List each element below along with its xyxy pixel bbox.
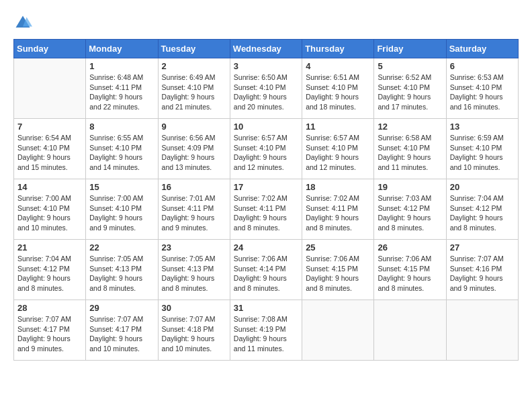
day-number: 19 bbox=[378, 182, 442, 192]
day-info: Sunrise: 7:06 AMSunset: 4:14 PMDaylight:… bbox=[234, 254, 298, 293]
day-info: Sunrise: 7:03 AMSunset: 4:12 PMDaylight:… bbox=[378, 193, 442, 233]
calendar-cell: 19Sunrise: 7:03 AMSunset: 4:12 PMDayligh… bbox=[374, 179, 446, 240]
calendar-table: SundayMondayTuesdayWednesdayThursdayFrid… bbox=[13, 39, 519, 361]
day-number: 15 bbox=[89, 182, 154, 192]
calendar-cell: 15Sunrise: 7:00 AMSunset: 4:10 PMDayligh… bbox=[86, 179, 158, 240]
day-number: 20 bbox=[450, 182, 515, 192]
calendar-cell: 13Sunrise: 6:59 AMSunset: 4:10 PMDayligh… bbox=[446, 119, 518, 179]
day-info: Sunrise: 6:58 AMSunset: 4:10 PMDaylight:… bbox=[378, 133, 442, 173]
day-number: 11 bbox=[306, 122, 370, 132]
calendar-cell bbox=[446, 300, 518, 361]
day-info: Sunrise: 7:07 AMSunset: 4:17 PMDaylight:… bbox=[89, 314, 154, 354]
day-number: 2 bbox=[162, 61, 226, 71]
day-of-week-header: Monday bbox=[86, 40, 158, 58]
logo-icon bbox=[13, 13, 32, 32]
day-info: Sunrise: 6:55 AMSunset: 4:10 PMDaylight:… bbox=[89, 133, 154, 173]
day-number: 1 bbox=[89, 61, 154, 71]
calendar-header-row: SundayMondayTuesdayWednesdayThursdayFrid… bbox=[14, 40, 519, 58]
day-number: 27 bbox=[450, 242, 515, 253]
calendar-cell: 4Sunrise: 6:51 AMSunset: 4:10 PMDaylight… bbox=[302, 58, 374, 119]
day-of-week-header: Tuesday bbox=[158, 40, 230, 58]
day-info: Sunrise: 7:07 AMSunset: 4:18 PMDaylight:… bbox=[162, 314, 226, 354]
day-of-week-header: Thursday bbox=[302, 40, 374, 58]
calendar-cell: 17Sunrise: 7:02 AMSunset: 4:11 PMDayligh… bbox=[230, 179, 302, 240]
day-of-week-header: Wednesday bbox=[230, 40, 302, 58]
calendar-cell: 25Sunrise: 7:06 AMSunset: 4:15 PMDayligh… bbox=[302, 240, 374, 300]
day-info: Sunrise: 7:02 AMSunset: 4:11 PMDaylight:… bbox=[306, 193, 370, 233]
calendar-cell: 11Sunrise: 6:57 AMSunset: 4:10 PMDayligh… bbox=[302, 119, 374, 179]
day-number: 21 bbox=[17, 242, 82, 253]
day-number: 6 bbox=[450, 61, 515, 71]
calendar-week-row: 1Sunrise: 6:48 AMSunset: 4:11 PMDaylight… bbox=[14, 58, 519, 119]
day-info: Sunrise: 6:49 AMSunset: 4:10 PMDaylight:… bbox=[162, 73, 226, 112]
calendar-cell: 3Sunrise: 6:50 AMSunset: 4:10 PMDaylight… bbox=[230, 58, 302, 119]
calendar-cell: 7Sunrise: 6:54 AMSunset: 4:10 PMDaylight… bbox=[14, 119, 86, 179]
calendar-cell bbox=[302, 300, 374, 361]
logo bbox=[13, 13, 35, 32]
day-number: 31 bbox=[234, 303, 298, 313]
day-info: Sunrise: 6:51 AMSunset: 4:10 PMDaylight:… bbox=[306, 73, 370, 112]
day-number: 17 bbox=[234, 182, 298, 192]
day-number: 18 bbox=[306, 182, 370, 192]
calendar-cell bbox=[374, 300, 446, 361]
day-number: 24 bbox=[234, 242, 298, 253]
day-info: Sunrise: 7:05 AMSunset: 4:13 PMDaylight:… bbox=[162, 254, 226, 293]
calendar-cell: 22Sunrise: 7:05 AMSunset: 4:13 PMDayligh… bbox=[86, 240, 158, 300]
calendar-cell: 16Sunrise: 7:01 AMSunset: 4:11 PMDayligh… bbox=[158, 179, 230, 240]
calendar-cell: 12Sunrise: 6:58 AMSunset: 4:10 PMDayligh… bbox=[374, 119, 446, 179]
calendar-cell: 26Sunrise: 7:06 AMSunset: 4:15 PMDayligh… bbox=[374, 240, 446, 300]
day-info: Sunrise: 7:00 AMSunset: 4:10 PMDaylight:… bbox=[17, 193, 82, 233]
day-number: 22 bbox=[89, 242, 154, 253]
day-number: 30 bbox=[162, 303, 226, 313]
day-info: Sunrise: 7:00 AMSunset: 4:10 PMDaylight:… bbox=[89, 193, 154, 233]
calendar-cell: 28Sunrise: 7:07 AMSunset: 4:17 PMDayligh… bbox=[14, 300, 86, 361]
day-number: 10 bbox=[234, 122, 298, 132]
day-number: 5 bbox=[378, 61, 442, 71]
calendar-week-row: 7Sunrise: 6:54 AMSunset: 4:10 PMDaylight… bbox=[14, 119, 519, 179]
day-info: Sunrise: 6:59 AMSunset: 4:10 PMDaylight:… bbox=[450, 133, 515, 173]
day-info: Sunrise: 6:50 AMSunset: 4:10 PMDaylight:… bbox=[234, 73, 298, 112]
calendar-cell: 14Sunrise: 7:00 AMSunset: 4:10 PMDayligh… bbox=[14, 179, 86, 240]
calendar-cell: 5Sunrise: 6:52 AMSunset: 4:10 PMDaylight… bbox=[374, 58, 446, 119]
calendar-week-row: 28Sunrise: 7:07 AMSunset: 4:17 PMDayligh… bbox=[14, 300, 519, 361]
day-info: Sunrise: 7:05 AMSunset: 4:13 PMDaylight:… bbox=[89, 254, 154, 293]
calendar-cell: 23Sunrise: 7:05 AMSunset: 4:13 PMDayligh… bbox=[158, 240, 230, 300]
day-number: 14 bbox=[17, 182, 82, 192]
day-number: 12 bbox=[378, 122, 442, 132]
calendar-week-row: 14Sunrise: 7:00 AMSunset: 4:10 PMDayligh… bbox=[14, 179, 519, 240]
calendar-cell: 31Sunrise: 7:08 AMSunset: 4:19 PMDayligh… bbox=[230, 300, 302, 361]
calendar-cell: 18Sunrise: 7:02 AMSunset: 4:11 PMDayligh… bbox=[302, 179, 374, 240]
day-info: Sunrise: 6:52 AMSunset: 4:10 PMDaylight:… bbox=[378, 73, 442, 112]
day-info: Sunrise: 6:54 AMSunset: 4:10 PMDaylight:… bbox=[17, 133, 82, 173]
calendar-cell: 21Sunrise: 7:04 AMSunset: 4:12 PMDayligh… bbox=[14, 240, 86, 300]
day-info: Sunrise: 6:48 AMSunset: 4:11 PMDaylight:… bbox=[89, 73, 154, 112]
day-info: Sunrise: 7:06 AMSunset: 4:15 PMDaylight:… bbox=[306, 254, 370, 293]
day-info: Sunrise: 7:08 AMSunset: 4:19 PMDaylight:… bbox=[234, 314, 298, 354]
calendar-week-row: 21Sunrise: 7:04 AMSunset: 4:12 PMDayligh… bbox=[14, 240, 519, 300]
day-number: 3 bbox=[234, 61, 298, 71]
day-info: Sunrise: 7:04 AMSunset: 4:12 PMDaylight:… bbox=[450, 193, 515, 233]
calendar-cell: 2Sunrise: 6:49 AMSunset: 4:10 PMDaylight… bbox=[158, 58, 230, 119]
calendar-cell: 20Sunrise: 7:04 AMSunset: 4:12 PMDayligh… bbox=[446, 179, 518, 240]
day-of-week-header: Friday bbox=[374, 40, 446, 58]
day-info: Sunrise: 7:07 AMSunset: 4:17 PMDaylight:… bbox=[17, 314, 82, 354]
page-header bbox=[13, 13, 519, 32]
day-number: 4 bbox=[306, 61, 370, 71]
day-number: 29 bbox=[89, 303, 154, 313]
day-number: 9 bbox=[162, 122, 226, 132]
day-number: 23 bbox=[162, 242, 226, 253]
day-info: Sunrise: 7:07 AMSunset: 4:16 PMDaylight:… bbox=[450, 254, 515, 293]
calendar-cell bbox=[14, 58, 86, 119]
calendar-cell: 1Sunrise: 6:48 AMSunset: 4:11 PMDaylight… bbox=[86, 58, 158, 119]
day-info: Sunrise: 6:57 AMSunset: 4:10 PMDaylight:… bbox=[234, 133, 298, 173]
calendar-cell: 30Sunrise: 7:07 AMSunset: 4:18 PMDayligh… bbox=[158, 300, 230, 361]
day-info: Sunrise: 7:06 AMSunset: 4:15 PMDaylight:… bbox=[378, 254, 442, 293]
calendar-cell: 27Sunrise: 7:07 AMSunset: 4:16 PMDayligh… bbox=[446, 240, 518, 300]
day-info: Sunrise: 7:04 AMSunset: 4:12 PMDaylight:… bbox=[17, 254, 82, 293]
day-number: 16 bbox=[162, 182, 226, 192]
day-number: 26 bbox=[378, 242, 442, 253]
day-of-week-header: Saturday bbox=[446, 40, 518, 58]
day-of-week-header: Sunday bbox=[14, 40, 86, 58]
calendar-cell: 29Sunrise: 7:07 AMSunset: 4:17 PMDayligh… bbox=[86, 300, 158, 361]
calendar-cell: 10Sunrise: 6:57 AMSunset: 4:10 PMDayligh… bbox=[230, 119, 302, 179]
